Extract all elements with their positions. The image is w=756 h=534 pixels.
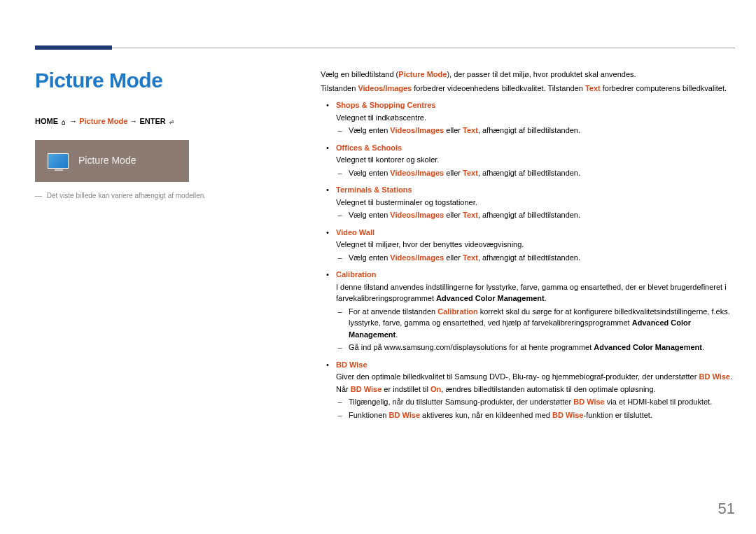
monitor-icon [48, 153, 69, 169]
mode-desc: I denne tilstand anvendes indstillingern… [336, 281, 734, 304]
sub-item: Tilgængelig, når du tilslutter Samsung-p… [336, 396, 734, 408]
mode-sublist: Tilgængelig, når du tilslutter Samsung-p… [336, 396, 734, 421]
mode-sublist: Vælg enten Videos/Images eller Text, afh… [336, 125, 734, 136]
page-number: 51 [718, 497, 735, 520]
intro-line-1: Vælg en billedtilstand (Picture Mode), d… [321, 69, 734, 80]
enter-icon: ⏎ [168, 117, 175, 127]
home-icon: ⌂ [60, 117, 67, 127]
sub-item: Funktionen BD Wise aktiveres kun, når en… [336, 409, 734, 421]
crumb-picture-mode: Picture Mode [79, 117, 127, 125]
tile-label: Picture Mode [78, 153, 136, 168]
mode-name: Offices & Schools [336, 142, 734, 154]
mode-desc: Velegnet til busterminaler og togstation… [336, 197, 734, 209]
sub-item: For at anvende tilstanden Calibration ko… [336, 306, 734, 341]
crumb-enter: ENTER [139, 117, 165, 125]
highlight-text: Text [585, 84, 601, 92]
picture-mode-tile: Picture Mode [35, 140, 189, 182]
sub-item: Vælg enten Videos/Images eller Text, afh… [336, 209, 734, 221]
page-title: Picture Mode [35, 64, 294, 96]
mode-bdwise: BD Wise Giver den optimale billedkvalite… [321, 359, 734, 421]
left-column: Picture Mode HOME ⌂ → Picture Mode → ENT… [35, 64, 294, 201]
sub-item: Vælg enten Videos/Images eller Text, afh… [336, 252, 734, 264]
mode-name: Calibration [336, 269, 734, 281]
mode-desc-2: Når BD Wise er indstillet til On, ændres… [336, 384, 734, 395]
mode-terminals: Terminals & Stations Velegnet til buster… [321, 184, 734, 221]
mode-sublist: Vælg enten Videos/Images eller Text, afh… [336, 209, 734, 221]
disclaimer-text: Det viste billede kan variere afhængigt … [47, 192, 206, 199]
mode-shops: Shops & Shopping Centres Velegnet til in… [321, 99, 734, 136]
mode-desc: Velegnet til miljøer, hvor der benyttes … [336, 239, 734, 251]
mode-desc: Giver den optimale billedkvalitet til Sa… [336, 371, 734, 383]
dash-icon: ― [35, 190, 42, 201]
mode-video-wall: Video Wall Velegnet til miljøer, hvor de… [321, 227, 734, 264]
crumb-home: HOME [35, 117, 58, 125]
breadcrumb: HOME ⌂ → Picture Mode → ENTER ⏎ [35, 115, 294, 127]
mode-offices: Offices & Schools Velegnet til kontorer … [321, 142, 734, 179]
mode-name: Terminals & Stations [336, 184, 734, 196]
mode-calibration: Calibration I denne tilstand anvendes in… [321, 269, 734, 353]
right-column: Vælg en billedtilstand (Picture Mode), d… [321, 69, 734, 421]
mode-name: Shops & Shopping Centres [336, 99, 734, 111]
mode-desc: Velegnet til kontorer og skoler. [336, 154, 734, 166]
mode-sublist: Vælg enten Videos/Images eller Text, afh… [336, 167, 734, 179]
intro-line-2: Tilstanden Videos/Images forbedrer video… [321, 83, 734, 94]
mode-name: BD Wise [336, 359, 734, 371]
top-accent-bar [35, 45, 112, 50]
highlight-picture-mode: Picture Mode [398, 70, 447, 78]
sub-item: Vælg enten Videos/Images eller Text, afh… [336, 167, 734, 179]
top-horizontal-rule [35, 48, 735, 48]
highlight-videos-images: Videos/Images [358, 84, 412, 92]
sub-item: Gå ind på www.samsung.com/displaysolutio… [336, 342, 734, 353]
modes-list: Shops & Shopping Centres Velegnet til in… [321, 99, 734, 421]
crumb-arrow: → [69, 117, 79, 125]
mode-sublist: For at anvende tilstanden Calibration ko… [336, 306, 734, 353]
crumb-arrow: → [130, 117, 139, 125]
mode-name: Video Wall [336, 227, 734, 239]
sub-item: Vælg enten Videos/Images eller Text, afh… [336, 125, 734, 136]
mode-sublist: Vælg enten Videos/Images eller Text, afh… [336, 252, 734, 264]
model-disclaimer: ― Det viste billede kan variere afhængig… [35, 190, 294, 201]
mode-desc: Velegnet til indkøbscentre. [336, 112, 734, 124]
